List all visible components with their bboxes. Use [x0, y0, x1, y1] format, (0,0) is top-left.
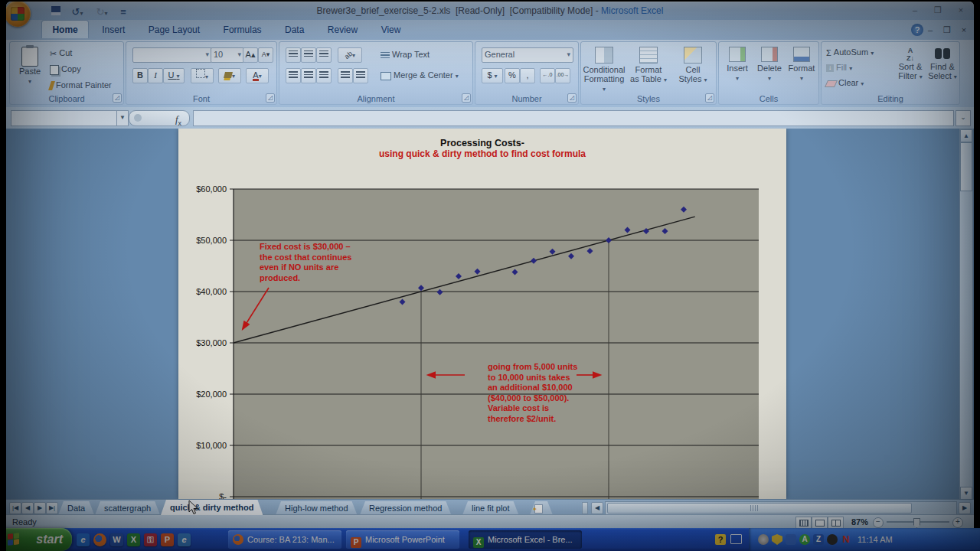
sheet-tab-high-low-method[interactable]: High-low method	[276, 501, 358, 515]
align-left-button[interactable]	[286, 68, 301, 83]
insert-worksheet-tab[interactable]: ✦	[530, 501, 553, 515]
word-icon[interactable]: W	[110, 533, 123, 546]
format-painter-button[interactable]: Format Painter	[50, 78, 112, 92]
tab-page-layout[interactable]: Page Layout	[139, 21, 210, 38]
nvidia-icon[interactable]: N	[841, 534, 851, 545]
firefox-icon[interactable]	[93, 533, 106, 546]
last-sheet-button[interactable]: ▶|	[46, 502, 58, 514]
tab-insert[interactable]: Insert	[92, 21, 135, 38]
office-button[interactable]	[5, 1, 31, 27]
autosum-button[interactable]: ΣAutoSum ▾	[826, 45, 874, 59]
page-layout-view-button[interactable]	[812, 517, 828, 529]
formula-input[interactable]	[193, 110, 954, 126]
alignment-dialog-launcher[interactable]: ◿	[462, 93, 471, 103]
paste-button[interactable]: Paste▾	[15, 47, 45, 85]
hscroll-left-button[interactable]: ◀	[591, 502, 603, 514]
font-name-combo[interactable]: ▾	[132, 47, 212, 63]
font-color-button[interactable]: A▾	[246, 68, 269, 83]
taskbar-button-firefox-course[interactable]: Course: BA 213: Man...	[228, 530, 341, 549]
internet-explorer-icon[interactable]: e	[77, 533, 90, 546]
fill-button[interactable]: ↓Fill ▾	[826, 60, 852, 74]
workbook-restore-button[interactable]: ❒	[940, 24, 954, 36]
tab-review[interactable]: Review	[318, 21, 368, 38]
zoom-out-button[interactable]: −	[873, 517, 884, 528]
tab-home[interactable]: Home	[41, 20, 88, 38]
taskbar-button-powerpoint[interactable]: PMicrosoft PowerPoint	[346, 530, 459, 549]
clear-button[interactable]: Clear ▾	[826, 76, 864, 90]
italic-button[interactable]: I	[148, 68, 163, 83]
taskbar-button-excel[interactable]: XMicrosoft Excel - Bre...	[469, 530, 582, 549]
cut-button[interactable]: ✂Cut	[50, 46, 72, 60]
insert-function-button[interactable]: fx	[129, 110, 190, 126]
security-shield-icon[interactable]	[772, 534, 782, 545]
accounting-format-button[interactable]: $ ▾	[482, 68, 503, 83]
copy-button[interactable]: Copy	[50, 62, 81, 76]
sheet-tab-quick-dirty-method[interactable]: quick & dirty method	[161, 500, 263, 515]
format-as-table-button[interactable]: Format as Table ▾	[627, 47, 670, 85]
increase-indent-button[interactable]	[353, 68, 368, 83]
window-tray-icon[interactable]	[730, 534, 742, 544]
tab-formulas[interactable]: Formulas	[214, 21, 272, 38]
tab-data[interactable]: Data	[275, 21, 314, 38]
percent-style-button[interactable]: %	[505, 68, 520, 83]
number-dialog-launcher[interactable]: ◿	[567, 93, 577, 103]
scroll-down-button[interactable]: ▼	[960, 487, 972, 499]
decrease-indent-button[interactable]	[338, 68, 353, 83]
merge-center-button[interactable]: Merge & Center ▾	[381, 68, 459, 82]
sheet-tab-scattergraph[interactable]: scattergraph	[95, 501, 160, 515]
zonealarm-icon[interactable]: Z	[813, 534, 824, 545]
font-size-combo[interactable]: 10▾	[211, 47, 244, 63]
increase-decimal-button[interactable]: ←.0	[540, 68, 555, 83]
undo-button[interactable]: ↺▾	[67, 5, 87, 19]
insert-cells-button[interactable]: Insert▾	[722, 47, 753, 82]
page-break-view-button[interactable]	[828, 517, 844, 529]
wrap-text-button[interactable]: Wrap Text	[381, 47, 430, 61]
scroll-up-button[interactable]: ▲	[960, 129, 972, 142]
styles-dialog-launcher[interactable]: ◿	[705, 93, 714, 103]
redo-button[interactable]: ↻▾	[92, 5, 112, 19]
vertical-scrollbar[interactable]: ▲ ▼	[959, 129, 973, 499]
fill-color-button[interactable]: ▾	[218, 68, 241, 83]
blue-tool-icon[interactable]	[786, 534, 796, 545]
normal-view-button[interactable]	[795, 517, 812, 529]
start-button[interactable]: start	[0, 528, 72, 551]
name-box-dropdown[interactable]: ▼	[116, 110, 129, 126]
next-sheet-button[interactable]: ▶	[34, 502, 46, 514]
sort-filter-button[interactable]: AZ↓ Sort & Filter ▾	[895, 47, 926, 82]
prev-sheet-button[interactable]: ◀	[21, 502, 34, 514]
tab-view[interactable]: View	[371, 21, 411, 38]
qat-customize-button[interactable]: ≡	[118, 5, 129, 19]
zoom-in-button[interactable]: +	[952, 517, 963, 528]
save-button[interactable]	[49, 5, 63, 19]
workbook-close-button[interactable]: ×	[957, 24, 971, 36]
dark-circle-icon[interactable]	[827, 534, 838, 545]
align-bottom-button[interactable]	[316, 47, 332, 63]
bold-button[interactable]: B	[132, 68, 148, 83]
sheet-tab-regression-method[interactable]: Regression method	[360, 501, 451, 515]
format-cells-button[interactable]: Format▾	[786, 47, 817, 82]
explorer-icon[interactable]: e	[178, 533, 191, 546]
help-tray-icon[interactable]: ?	[715, 534, 726, 545]
align-top-button[interactable]	[286, 47, 301, 63]
tab-split-handle[interactable]	[582, 502, 588, 514]
globe-icon[interactable]	[758, 534, 769, 545]
orientation-button[interactable]: ab▾	[338, 47, 362, 63]
underline-button[interactable]: U ▾	[163, 68, 185, 83]
number-format-combo[interactable]: General▾	[482, 47, 573, 63]
green-a-icon[interactable]: A	[799, 534, 810, 545]
name-box[interactable]	[11, 110, 118, 126]
borders-button[interactable]: ▾	[191, 68, 214, 83]
clipboard-dialog-launcher[interactable]: ◿	[113, 93, 122, 103]
zoom-slider-thumb[interactable]	[913, 518, 920, 528]
key-icon[interactable]: ⚿	[144, 533, 157, 546]
grow-font-button[interactable]: A▴	[243, 47, 258, 63]
chart-sheet[interactable]: $60,000$50,000$40,000$30,000$20,000$10,0…	[178, 129, 786, 499]
close-button[interactable]: ×	[951, 5, 971, 16]
horizontal-scrollbar[interactable]	[605, 501, 957, 515]
help-button[interactable]: ?	[911, 24, 923, 36]
vertical-scroll-thumb[interactable]	[960, 142, 972, 191]
excel-icon[interactable]: X	[127, 533, 140, 546]
formula-bar-expand-button[interactable]: ⌄	[956, 110, 971, 126]
sheet-tab-data[interactable]: Data	[58, 501, 94, 515]
align-right-button[interactable]	[316, 68, 332, 83]
